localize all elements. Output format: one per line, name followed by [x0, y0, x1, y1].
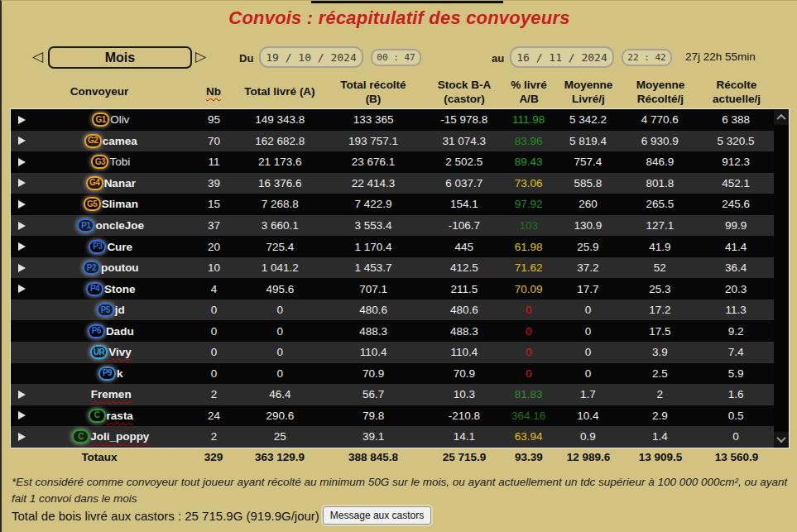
expand-icon[interactable]: [18, 116, 26, 124]
row-moyenne-recolte: 3.9: [622, 346, 698, 358]
row-pct-livre: 71.62: [503, 261, 555, 274]
row-total-recolte: 56.7: [321, 388, 425, 400]
row-moyenne-livre: 0: [555, 346, 622, 358]
expand-icon[interactable]: [18, 391, 26, 399]
period-button[interactable]: Mois: [48, 46, 192, 69]
row-moyenne-livre: 0.9: [555, 430, 622, 443]
table-row[interactable]: P1 oncleJoe 37 3 660.1 3 553.4 -106.7 10…: [11, 215, 774, 237]
totals-nb: 329: [189, 451, 238, 463]
rank-badge-icon: P5: [97, 303, 114, 317]
table-row[interactable]: P9 k 0 0 70.9 70.9 0 0 2.5 5.9: [11, 363, 774, 385]
rank-badge-icon: P2: [83, 261, 100, 275]
table-row[interactable]: G5 Sliman 15 7 268.8 7 422.9 154.1 97.92…: [11, 194, 774, 215]
row-total-recolte: 193 757.1: [321, 135, 425, 147]
from-date-input[interactable]: [259, 46, 363, 68]
scroll-up-button[interactable]: [774, 110, 789, 125]
rank-badge-icon: G1: [92, 113, 109, 127]
row-total-recolte: 110.4: [321, 346, 425, 358]
player-name: jd: [114, 304, 125, 316]
row-stock: 480.6: [425, 304, 503, 316]
header-total-livre: Total livré (A): [238, 85, 321, 98]
table-scrollbar[interactable]: [774, 109, 789, 448]
row-stock: 412.5: [425, 261, 503, 274]
player-name: Sliman: [101, 198, 138, 210]
row-total-livre: 16 376.6: [238, 177, 321, 189]
row-total-livre: 0: [238, 367, 321, 380]
row-recolte-actuelle: 245.6: [698, 198, 774, 210]
row-stock: 445: [425, 241, 503, 253]
rank-badge-icon: P6: [88, 324, 105, 338]
row-total-recolte: 7 422.9: [321, 198, 425, 210]
row-moyenne-recolte: 801.8: [622, 177, 698, 189]
totals-moyenne-livre: 12 989.6: [555, 451, 622, 463]
previous-period-icon[interactable]: ◁: [32, 50, 43, 64]
expand-icon[interactable]: [18, 200, 26, 208]
totals-pct: 93.39: [503, 451, 555, 463]
row-nb: 70: [190, 135, 239, 147]
top-window-edge: [311, 1, 503, 3]
player-name: poutou: [100, 261, 139, 274]
row-moyenne-livre: 585.8: [555, 177, 622, 189]
player-name: Cure: [106, 241, 132, 253]
table-row[interactable]: P6 Dadu 0 0 488.3 488.3 0 0 17.5 9.2: [11, 320, 774, 342]
row-moyenne-recolte: 1.4: [622, 430, 698, 443]
table-row[interactable]: UR Vivy 0 0 110.4 110.4 0 0 3.9 7.4: [11, 342, 774, 363]
scroll-down-button[interactable]: [774, 432, 789, 447]
header-convoyeur: Convoyeur: [10, 85, 189, 98]
table-row[interactable]: C Joli_poppy 2 25 39.1 14.1 63.94 0.9 1.…: [11, 426, 774, 448]
expand-icon[interactable]: [18, 242, 26, 251]
from-time-input[interactable]: [371, 49, 421, 66]
table-header-row: Convoyeur Nb Total livré (A) Total récol…: [10, 77, 775, 108]
table-row[interactable]: G1 Oliv 95 149 343.8 133 365 -15 978.8 1…: [11, 109, 774, 131]
convoy-table: G1 Oliv 95 149 343.8 133 365 -15 978.8 1…: [10, 108, 790, 448]
table-row[interactable]: G3 Tobi 11 21 173.6 23 676.1 2 502.5 89.…: [11, 151, 774, 173]
scroll-down-icon: [776, 434, 785, 443]
expand-icon[interactable]: [18, 179, 26, 187]
row-stock: 154.1: [425, 198, 503, 210]
expand-icon[interactable]: [18, 264, 26, 272]
to-date-input[interactable]: [510, 46, 614, 68]
expand-icon[interactable]: [18, 137, 26, 145]
message-castors-button[interactable]: Message aux castors: [323, 506, 431, 525]
convoy-summary-page: Convois : récapitulatif des convoyeurs ◁…: [0, 0, 797, 532]
rank-badge-icon: C: [89, 409, 106, 423]
table-row[interactable]: C rasta 24 290.6 79.8 -210.8 364.16 10.4…: [11, 405, 774, 427]
row-moyenne-livre: 0: [555, 304, 622, 316]
expand-icon[interactable]: [18, 158, 26, 166]
table-row[interactable]: Fremen 2 46.4 56.7 10.3 81.83 1.7 2 1.6: [11, 384, 774, 405]
expand-icon[interactable]: [18, 222, 26, 230]
expand-icon[interactable]: [18, 411, 26, 419]
table-row[interactable]: P2 poutou 10 1 041.2 1 453.7 412.5 71.62…: [11, 257, 774, 279]
row-pct-livre: 0: [503, 346, 555, 358]
row-stock: 110.4: [425, 346, 503, 358]
table-row[interactable]: G2 camea 70 162 682.8 193 757.1 31 074.3…: [11, 131, 774, 152]
table-row[interactable]: P5 jd 0 0 480.6 480.6 0 0 17.2 11.3: [11, 300, 774, 321]
totals-label: Totaux: [10, 451, 189, 463]
table-row[interactable]: P4 Stone 4 495.6 707.1 211.5 70.09 17.7 …: [11, 278, 774, 300]
row-stock: 6 037.7: [425, 177, 503, 189]
row-total-livre: 21 173.6: [238, 156, 321, 168]
header-moyenne-recolte: Moyenne Récolté/j: [622, 79, 699, 106]
table-row[interactable]: G4 Nanar 39 16 376.6 22 414.3 6 037.7 73…: [11, 173, 774, 194]
row-recolte-actuelle: 0.5: [698, 410, 774, 422]
row-total-recolte: 1 453.7: [321, 261, 425, 274]
row-moyenne-livre: 757.4: [555, 156, 622, 168]
to-time-input[interactable]: [622, 49, 672, 66]
row-pct-livre: 0: [503, 304, 555, 316]
expand-icon[interactable]: [18, 285, 26, 293]
period-duration: 27j 22h 55min: [685, 50, 756, 63]
row-total-recolte: 133 365: [321, 113, 425, 126]
header-recolte-actuelle: Récolte actuelle/j: [699, 79, 775, 106]
expand-icon[interactable]: [18, 433, 26, 441]
row-pct-livre: 73.06: [503, 177, 555, 189]
row-moyenne-recolte: 17.5: [622, 325, 698, 338]
row-total-livre: 25: [238, 430, 321, 443]
totals-recolte-actuelle: 13 560.9: [699, 451, 775, 463]
page-title: Convois : récapitulatif des convoyeurs: [2, 7, 797, 29]
next-period-icon[interactable]: ▷: [195, 50, 206, 64]
row-total-recolte: 480.6: [321, 304, 425, 316]
row-moyenne-recolte: 846.9: [622, 156, 698, 168]
player-name: Dadu: [105, 325, 134, 338]
table-row[interactable]: P3 Cure 20 725.4 1 170.4 445 61.98 25.9 …: [11, 236, 774, 257]
rank-badge-icon: P4: [86, 282, 103, 296]
